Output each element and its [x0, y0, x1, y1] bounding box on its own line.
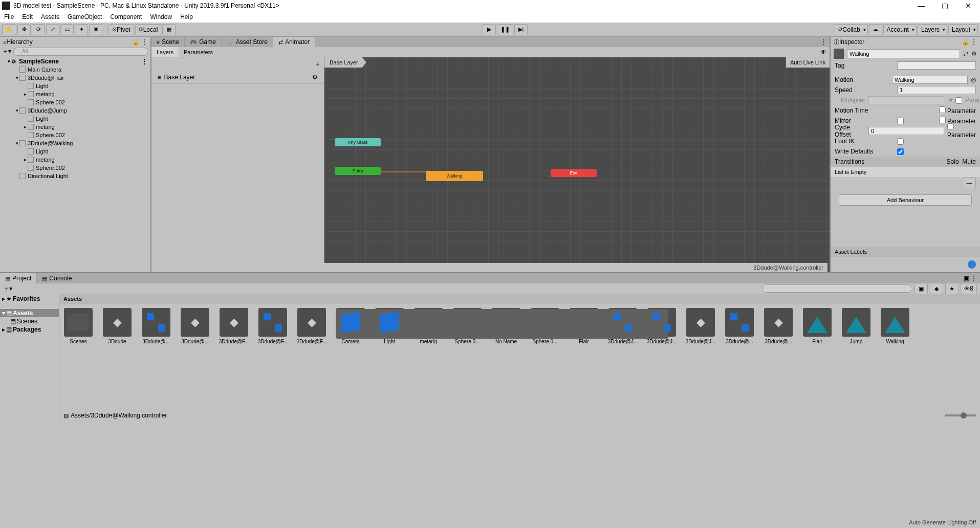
remove-transition-button[interactable]: — — [963, 177, 976, 188]
rect-tool-icon[interactable]: ▭ — [60, 24, 74, 35]
help-icon[interactable]: ⇄ — [963, 50, 968, 57]
pause-button[interactable]: ❚❚ — [497, 24, 513, 35]
tree-row[interactable]: Light — [0, 115, 150, 123]
project-search-input[interactable] — [762, 284, 912, 293]
scene-row[interactable]: ▾⛭ SampleScene⋮ — [0, 57, 150, 65]
asset-item[interactable]: 3Ddude@... — [141, 308, 171, 344]
asset-item[interactable]: 3Ddude@F... — [258, 308, 288, 344]
cycle-input[interactable] — [868, 127, 944, 135]
packages-row[interactable]: ▸▤ Packages — [0, 325, 59, 334]
speed-input[interactable] — [897, 86, 976, 94]
tab-animator[interactable]: ⇄ Animator — [273, 37, 315, 47]
tree-row[interactable]: ▾3Ddude@Walking — [0, 139, 150, 147]
asset-label-icon[interactable] — [968, 260, 976, 269]
project-tree[interactable]: ▸★ Favorites ▾▤ Assets ▤ Scenes ▸▤ Packa… — [0, 294, 59, 421]
hierarchy-tree[interactable]: ▾⛭ SampleScene⋮ Main Camera▾3Ddude@Flair… — [0, 56, 150, 272]
hierarchy-search-input[interactable] — [13, 48, 148, 56]
tree-row[interactable]: Directional Light — [0, 172, 150, 180]
eye-icon[interactable]: 👁 — [817, 49, 830, 56]
mirror-param-check[interactable] — [939, 117, 946, 123]
rotate-tool-icon[interactable]: ⟳ — [32, 24, 45, 35]
motion-field[interactable] — [892, 76, 968, 84]
tag-input[interactable] — [897, 61, 976, 70]
object-picker-icon[interactable]: ◎ — [971, 76, 976, 83]
node-walking[interactable]: Walking — [426, 171, 483, 181]
move-tool-icon[interactable]: ✥ — [17, 24, 31, 35]
cycle-param-check[interactable] — [947, 123, 954, 130]
menu-assets[interactable]: Assets — [41, 13, 59, 20]
tab-game[interactable]: 🎮 Game — [185, 37, 222, 47]
minimize-button[interactable]: — — [909, 0, 933, 11]
inspector-tab[interactable]: ⓘ Inspector🔒 ⋮ — [831, 37, 980, 47]
menu-file[interactable]: File — [4, 13, 14, 20]
asset-item[interactable]: ◆3Ddude@... — [180, 308, 210, 344]
collab-button[interactable]: ⟳ Collab — [835, 24, 868, 35]
asset-item[interactable]: Walking — [880, 308, 910, 344]
tree-row[interactable]: ▾3Ddude@Flair — [0, 74, 150, 82]
gear-icon[interactable]: ⚙ — [312, 74, 318, 81]
asset-item[interactable]: ◆3Ddude@... — [764, 308, 793, 344]
create-button[interactable]: ＋▾ — [2, 47, 11, 56]
tree-row[interactable]: ▸metarig — [0, 90, 150, 98]
settings-icon[interactable]: ⚙ — [971, 50, 977, 57]
tree-row[interactable]: Sphere.002 — [0, 131, 150, 139]
custom-tool-icon[interactable]: ✖ — [89, 24, 102, 35]
filter-by-label-icon[interactable]: ◆ — [930, 283, 943, 294]
asset-item[interactable]: ◆3Ddude@J... — [686, 308, 715, 344]
pivot-button[interactable]: ⊙ Pivot — [108, 24, 134, 35]
tree-row[interactable]: Sphere.002 — [0, 164, 150, 172]
tree-row[interactable]: ▸metarig — [0, 123, 150, 131]
asset-item[interactable]: 3Ddude@... — [725, 308, 754, 344]
tree-row[interactable]: ▾3Ddude@Jump — [0, 106, 150, 115]
auto-live-link-button[interactable]: Auto Live Link — [786, 57, 830, 68]
tree-row[interactable]: ▸metarig — [0, 156, 150, 164]
transition-arrow[interactable] — [381, 171, 432, 172]
local-button[interactable]: ⟳ Local — [135, 24, 162, 35]
close-button[interactable]: ✕ — [956, 0, 980, 11]
animator-graph[interactable]: Base Layer Auto Live Link Any State Entr… — [324, 57, 830, 272]
asset-item[interactable]: Scenes — [63, 308, 93, 344]
layout-button[interactable]: Layout — [948, 24, 978, 35]
add-layer-button[interactable]: ＋ — [315, 60, 321, 69]
assets-row[interactable]: ▾▤ Assets — [0, 309, 59, 317]
node-entry[interactable]: Entry — [335, 167, 381, 175]
mirror-check[interactable] — [897, 118, 904, 124]
node-exit[interactable]: Exit — [551, 169, 597, 177]
subtab-parameters[interactable]: Parameters — [179, 47, 218, 57]
transform-tool-icon[interactable]: ✦ — [75, 24, 88, 35]
asset-item[interactable]: Flair — [802, 308, 832, 344]
hidden-count[interactable]: 👁 8 — [961, 283, 977, 294]
layer-base[interactable]: ≡ Base Layer⚙ — [151, 71, 324, 84]
save-search-icon[interactable]: ★ — [945, 283, 959, 294]
node-any-state[interactable]: Any State — [335, 138, 381, 146]
tab-project[interactable]: ▤ Project — [0, 273, 37, 283]
add-behaviour-button[interactable]: Add Behaviour — [839, 194, 972, 206]
menu-window[interactable]: Window — [150, 13, 172, 20]
footik-check[interactable] — [897, 138, 904, 145]
tab-scene[interactable]: # Scene — [151, 37, 185, 47]
tab-console[interactable]: ▤ Console — [37, 273, 77, 283]
menu-gameobject[interactable]: GameObject — [68, 13, 102, 20]
snap-button[interactable]: ▦ — [162, 24, 176, 35]
step-button[interactable]: ▶| — [514, 24, 528, 35]
filter-by-type-icon[interactable]: ▣ — [914, 283, 928, 294]
hand-tool-icon[interactable]: ✋ — [2, 24, 16, 35]
layers-button[interactable]: Layers — [918, 24, 947, 35]
play-button[interactable]: ▶ — [483, 24, 496, 35]
motiontime-param-check[interactable] — [939, 106, 946, 113]
project-create-button[interactable]: ＋▾ — [3, 284, 12, 293]
menu-help[interactable]: Help — [180, 13, 193, 20]
scenes-row[interactable]: ▤ Scenes — [0, 317, 59, 325]
tree-row[interactable]: Light — [0, 147, 150, 156]
menu-component[interactable]: Component — [110, 13, 142, 20]
asset-item[interactable]: ◆3Ddude@F... — [219, 308, 249, 344]
subtab-layers[interactable]: Layers — [151, 47, 179, 57]
grid-size-slider[interactable] — [961, 412, 967, 419]
asset-item[interactable]: ◆3Ddude@F... — [297, 308, 326, 344]
asset-item[interactable]: ◆3Ddude — [102, 308, 132, 344]
menu-edit[interactable]: Edit — [22, 13, 33, 20]
maximize-button[interactable]: ▢ — [933, 0, 956, 11]
asset-grid[interactable]: Scenes◆3Ddude3Ddude@...◆3Ddude@...◆3Ddud… — [59, 304, 980, 410]
breadcrumb[interactable]: Base Layer — [324, 57, 366, 68]
writedef-check[interactable] — [897, 148, 904, 155]
